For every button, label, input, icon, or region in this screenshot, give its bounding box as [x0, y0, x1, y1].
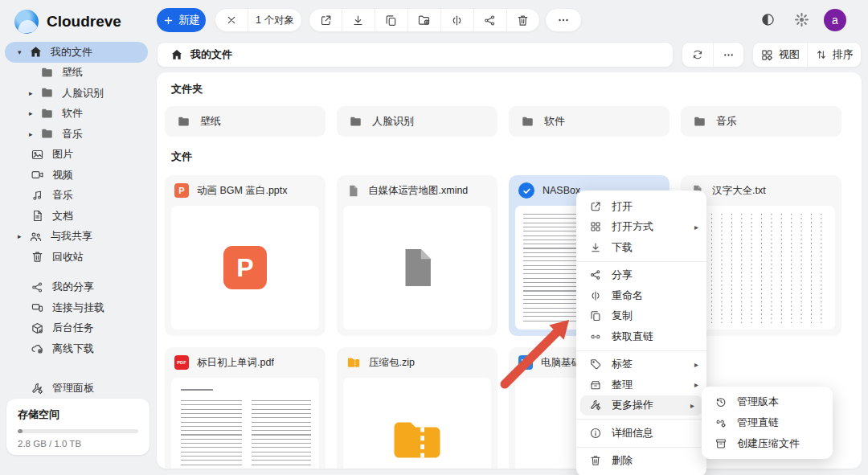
download-button[interactable]	[342, 9, 375, 31]
caret-right-icon[interactable]: ▸	[29, 130, 40, 138]
caret-down-icon[interactable]: ▾	[18, 48, 29, 56]
more-actions-button[interactable]	[545, 8, 582, 32]
cloudreve-logo-icon	[14, 10, 39, 34]
home-icon	[170, 48, 183, 61]
submenu-item-manage-versions[interactable]: 管理版本	[702, 391, 833, 412]
sidebar-item-my-files[interactable]: ▾ 我的文件	[5, 42, 148, 63]
trash-icon	[31, 250, 44, 264]
link-icon	[589, 330, 602, 343]
share-button[interactable]	[474, 9, 506, 31]
caret-right-icon[interactable]: ▸	[29, 109, 40, 117]
open-in-new-icon	[589, 200, 602, 213]
sidebar-item-admin-panel[interactable]: 管理面板	[0, 379, 153, 399]
clear-selection-button[interactable]	[215, 9, 248, 31]
copy-button[interactable]	[375, 9, 407, 31]
file-card-pdf[interactable]: PDF 标日初上单词.pdf	[165, 347, 326, 469]
sidebar-item-offline-download[interactable]: 离线下载	[0, 338, 153, 359]
menu-item-organize[interactable]: 整理 ▸	[576, 375, 706, 395]
submenu-item-manage-direct-links[interactable]: 管理直链	[702, 412, 833, 433]
folder-icon	[40, 127, 54, 141]
refresh-more-pill	[682, 42, 744, 68]
ellipsis-icon	[722, 48, 735, 62]
submenu-arrow-icon: ▸	[694, 380, 698, 389]
file-thumbnail	[171, 378, 319, 469]
sidebar-item-wallpaper[interactable]: 壁纸	[0, 63, 153, 84]
new-button[interactable]: 新建	[157, 8, 206, 32]
folder-more-button[interactable]	[713, 43, 743, 67]
sidebar-item-software[interactable]: ▸ 软件	[0, 104, 153, 125]
menu-item-get-direct-link[interactable]: 获取直链	[576, 326, 706, 347]
sidebar-item-images[interactable]: 图片	[0, 145, 153, 166]
sidebar-item-my-shares[interactable]: 我的分享	[0, 277, 153, 298]
menu-item-open-with[interactable]: 打开方式 ▸	[576, 217, 706, 238]
move-to-folder-button[interactable]	[408, 9, 440, 31]
folder-card-wallpaper[interactable]: 壁纸	[165, 106, 326, 137]
sort-arrows-icon	[815, 48, 828, 61]
menu-item-rename[interactable]: 重命名	[576, 285, 706, 306]
delete-button[interactable]	[507, 9, 539, 31]
sort-button[interactable]: 排序	[808, 43, 862, 67]
submenu-arrow-icon: ▸	[694, 360, 698, 369]
file-card-xmind[interactable]: 自媒体运营地图.xmind	[337, 175, 497, 336]
folder-card-software[interactable]: 软件	[509, 106, 669, 137]
plus-icon	[162, 14, 174, 27]
sidebar-item-videos[interactable]: 视频	[0, 165, 153, 186]
file-card-zip[interactable]: 压缩包.zip	[337, 347, 497, 469]
download-icon	[589, 241, 602, 254]
selected-check-icon[interactable]	[518, 182, 534, 199]
theme-toggle-button[interactable]	[760, 12, 776, 27]
breadcrumb[interactable]: 我的文件	[157, 42, 674, 68]
sidebar-item-shared-with-me[interactable]: ▸ 与我共享	[0, 227, 153, 248]
settings-button[interactable]	[794, 12, 809, 27]
archive-icon	[714, 437, 727, 450]
rename-button[interactable]	[441, 9, 473, 31]
file-card-pptx[interactable]: P 动画 BGM 蓝白.pptx P	[165, 175, 326, 336]
home-icon	[29, 45, 43, 59]
sidebar-item-music-folder[interactable]: ▸ 音乐	[0, 124, 153, 145]
sidebar-item-music[interactable]: 音乐	[0, 186, 153, 207]
open-in-new-button[interactable]	[309, 9, 342, 31]
menu-item-download[interactable]: 下载	[576, 237, 706, 258]
sidebar-item-background-tasks[interactable]: 后台任务	[0, 318, 153, 339]
file-thumbnail	[687, 206, 835, 330]
submenu-item-create-archive[interactable]: 创建压缩文件	[702, 433, 833, 454]
sidebar-item-connections[interactable]: 连接与挂载	[0, 297, 153, 318]
selection-pill: 1 个对象	[215, 8, 302, 32]
close-icon	[225, 14, 238, 27]
folders-section-label: 文件夹	[171, 82, 203, 96]
sidebar-item-trash[interactable]: 回收站	[0, 247, 153, 268]
devices-icon	[31, 301, 44, 314]
grid-icon	[589, 220, 602, 233]
open-in-new-icon	[319, 14, 333, 27]
menu-item-tags[interactable]: 标签 ▸	[576, 354, 706, 375]
more-actions-submenu: 管理版本 管理直链 创建压缩文件	[702, 387, 833, 459]
file-actions-toolbar	[309, 8, 540, 32]
view-button[interactable]: 视图	[753, 43, 807, 67]
download-icon	[351, 14, 365, 27]
folder-card-face-recognition[interactable]: 人脸识别	[337, 106, 497, 137]
storage-card: 存储空间 2.8 GB / 1.0 TB	[6, 399, 149, 455]
user-avatar[interactable]: a	[824, 9, 846, 31]
share-icon	[31, 280, 44, 294]
pdf-icon: PDF	[174, 355, 189, 370]
menu-item-copy[interactable]: 复制	[576, 306, 706, 327]
menu-item-more-actions[interactable]: 更多操作 ▸	[580, 395, 702, 416]
sidebar-item-documents[interactable]: 文档	[0, 206, 153, 227]
cloud-download-icon	[31, 342, 44, 355]
menu-item-open[interactable]: 打开	[576, 196, 706, 217]
share-icon	[483, 14, 497, 27]
ellipsis-icon	[556, 13, 571, 27]
menu-item-delete[interactable]: 删除	[576, 451, 706, 472]
sidebar-item-face-recognition[interactable]: ▸ 人脸识别	[0, 83, 153, 104]
menu-item-share[interactable]: 分享	[576, 265, 706, 286]
file-icon	[394, 244, 440, 291]
refresh-button[interactable]	[682, 43, 713, 67]
caret-right-icon[interactable]: ▸	[18, 232, 29, 240]
menu-item-details[interactable]: 详细信息	[576, 423, 706, 444]
caret-right-icon[interactable]: ▸	[29, 89, 40, 97]
breadcrumb-root[interactable]: 我的文件	[190, 47, 232, 62]
zip-folder-icon	[346, 355, 361, 370]
music-icon	[31, 189, 44, 203]
app-logo-row[interactable]: Cloudreve	[0, 0, 153, 42]
folder-card-music[interactable]: 音乐	[681, 106, 841, 137]
